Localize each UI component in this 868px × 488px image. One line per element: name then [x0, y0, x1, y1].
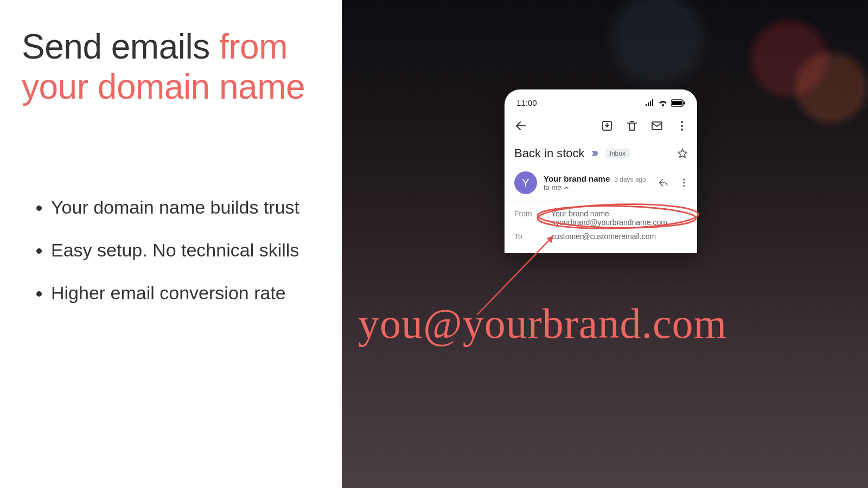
bullet-list: Your domain name builds trust Easy setup…	[22, 196, 320, 304]
reply-icon[interactable]	[658, 177, 669, 188]
details-from-row: From Your brand name <yourbrand@yourbran…	[514, 207, 687, 229]
to-value: customer@customeremail.com	[551, 232, 687, 241]
svg-point-10	[683, 185, 685, 187]
star-icon[interactable]	[676, 147, 688, 159]
sender-meta: Your brand name 3 days ago to me	[544, 174, 652, 191]
trash-icon[interactable]	[626, 119, 639, 132]
back-icon[interactable]	[514, 119, 527, 132]
svg-point-9	[683, 182, 685, 183]
svg-point-6	[681, 125, 683, 127]
battery-icon	[671, 99, 685, 107]
sender-actions	[658, 177, 690, 188]
label-chevron-icon	[590, 149, 600, 158]
svg-rect-1	[672, 101, 682, 105]
to-me-text: to me	[544, 183, 561, 191]
email-details: From Your brand name <yourbrand@yourbran…	[505, 201, 697, 253]
status-bar: 11:00	[505, 97, 697, 111]
callout-email: you@yourbrand.com	[358, 299, 727, 348]
status-icons	[645, 99, 685, 107]
archive-icon[interactable]	[601, 119, 614, 132]
chevron-up-icon	[563, 184, 570, 191]
headline-plain: Send emails	[22, 27, 219, 66]
wifi-icon	[658, 99, 668, 107]
status-time: 11:00	[516, 98, 537, 107]
svg-rect-2	[684, 101, 685, 104]
slide: Send emails from your domain name Your d…	[0, 0, 868, 488]
phone-mock: 11:00	[505, 89, 697, 253]
sender-row: Y Your brand name 3 days ago to me	[505, 165, 697, 201]
subject-row: Back in stock Inbox	[505, 137, 697, 165]
bullet-item: Your domain name builds trust	[51, 196, 320, 219]
bullet-item: Easy setup. No technical skills	[51, 239, 320, 261]
svg-point-5	[681, 121, 683, 123]
bullet-item: Higher email conversion rate	[51, 282, 320, 304]
headline: Send emails from your domain name	[22, 27, 320, 107]
avatar-letter: Y	[522, 177, 529, 189]
email-toolbar	[505, 111, 697, 137]
avatar: Y	[514, 171, 537, 194]
signal-icon	[645, 99, 655, 107]
from-value: Your brand name <yourbrand@yourbrandname…	[551, 209, 687, 227]
inbox-chip: Inbox	[605, 149, 630, 158]
svg-point-7	[681, 129, 683, 131]
left-panel: Send emails from your domain name Your d…	[0, 0, 342, 488]
sender-name: Your brand name	[544, 174, 610, 183]
email-subject: Back in stock	[514, 146, 585, 160]
to-label: To	[514, 232, 551, 241]
recipient-summary[interactable]: to me	[544, 183, 652, 191]
mail-icon[interactable]	[650, 119, 663, 132]
svg-point-8	[683, 179, 685, 181]
right-panel: 11:00	[342, 0, 868, 488]
from-label: From	[514, 209, 551, 227]
details-to-row: To customer@customeremail.com	[514, 229, 687, 243]
more-icon[interactable]	[675, 119, 688, 132]
sender-date: 3 days ago	[614, 176, 646, 183]
more-icon[interactable]	[679, 177, 690, 188]
